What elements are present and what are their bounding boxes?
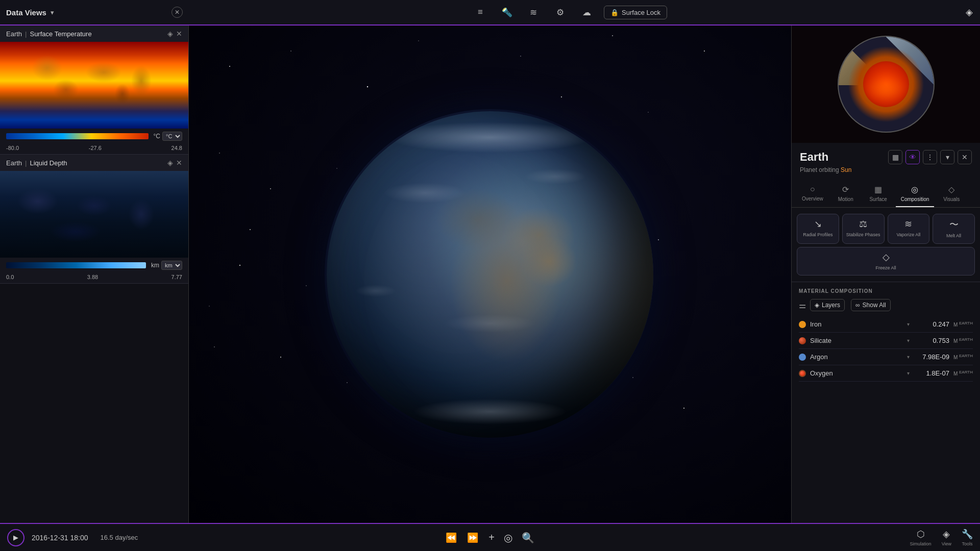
settings-icon[interactable]: ⚙ (551, 3, 569, 21)
visuals-tab-label: Visuals (943, 196, 960, 202)
svg-point-7 (612, 35, 613, 36)
argon-chevron[interactable]: ▾ (907, 354, 910, 360)
radial-profiles-icon: ↘ (814, 218, 822, 230)
speed-value: 16.5 (101, 534, 113, 541)
svg-point-31 (214, 346, 215, 347)
layers-btn-temp[interactable]: ◈ (167, 30, 173, 38)
earth-globe[interactable] (327, 111, 653, 438)
iron-unit: M EARTH (953, 321, 973, 328)
silicate-chevron[interactable]: ▾ (907, 338, 910, 343)
cloud-icon[interactable]: ☁ (577, 3, 596, 21)
bottom-tools: ⬡ Simulation ◈ View 🔧 Tools (791, 529, 980, 546)
liquid-unit-select[interactable]: kmmmi (161, 261, 182, 270)
layers-icon[interactable]: ◈ (966, 7, 973, 18)
iron-color-dot (799, 321, 806, 328)
more-icon[interactable]: ⋮ (923, 150, 937, 164)
surface-tab-icon: ▦ (874, 185, 882, 194)
left-panel: Earth | Surface Temperature ◈ ✕ °C °C°FK… (0, 26, 189, 523)
target-button[interactable]: ◎ (504, 532, 512, 544)
add-icon: + (488, 532, 495, 543)
tab-motion[interactable]: ⟳ Motion (830, 181, 861, 207)
globe-area[interactable] (189, 26, 791, 523)
menu-icon[interactable]: ≡ (471, 3, 489, 21)
radial-profiles-button[interactable]: ↘ Radial Profiles (797, 214, 839, 244)
vaporize-all-label: Vaporize All (896, 232, 920, 238)
svg-point-25 (658, 239, 659, 240)
svg-point-20 (270, 188, 271, 189)
liquid-scale-values: 0.0 3.88 7.77 (0, 273, 188, 283)
layers-grid-icon[interactable]: ≋ (524, 3, 543, 21)
silicate-name: Silicate (810, 337, 903, 344)
layers-btn-liquid[interactable]: ◈ (167, 159, 173, 167)
svg-point-11 (250, 229, 251, 230)
chevron-down-icon[interactable]: ▾ (51, 9, 54, 16)
lock-icon: 🔒 (610, 9, 619, 16)
oxygen-name: Oxygen (810, 369, 903, 377)
heatmap-liquid (0, 171, 188, 258)
earth-label-liquid: Earth (6, 159, 22, 167)
search-button[interactable]: 🔍 (522, 532, 534, 544)
temp-scale-bar (6, 133, 149, 139)
close-panel-button[interactable]: ✕ (172, 7, 183, 18)
light-layer (327, 111, 653, 438)
overview-tab-icon: ○ (810, 185, 815, 194)
playback-section: ▶ 2016-12-31 18:00 16.5 day/sec (0, 529, 189, 546)
silicate-color-dot (799, 337, 806, 344)
add-button[interactable]: + (488, 532, 495, 544)
tab-visuals[interactable]: ◇ Visuals (936, 181, 967, 207)
freeze-all-button[interactable]: ◇ Freeze All (797, 247, 975, 276)
svg-point-3 (418, 40, 419, 41)
stabilize-phases-button[interactable]: ⚖ Stabilize Phases (842, 214, 885, 244)
material-toolbar: ⚌ ◈ Layers ∞ Show All (799, 299, 973, 311)
svg-point-19 (683, 408, 684, 409)
tools-tool[interactable]: 🔧 Tools (962, 529, 973, 546)
filter-icon[interactable]: ⚌ (799, 300, 806, 310)
close-planet-icon[interactable]: ✕ (958, 150, 972, 164)
planet-info-icons: ▦ 👁 ⋮ ▾ ✕ (888, 150, 972, 164)
info-icon[interactable]: ▦ (888, 150, 902, 164)
step-back-button[interactable]: ⏪ (446, 532, 457, 543)
expand-icon[interactable]: ▾ (940, 150, 954, 164)
iron-chevron[interactable]: ▾ (907, 321, 910, 327)
material-composition-section: MATERIAL COMPOSITION ⚌ ◈ Layers ∞ Show A… (792, 282, 980, 382)
tab-overview[interactable]: ○ Overview (797, 181, 828, 207)
show-all-label: Show All (863, 302, 886, 309)
svg-point-0 (229, 66, 230, 67)
melt-all-button[interactable]: 〜 Melt All (933, 214, 975, 244)
play-button[interactable]: ▶ (7, 529, 24, 546)
visibility-icon[interactable]: 👁 (905, 150, 920, 164)
surface-temp-label: Surface Temperature (30, 30, 91, 38)
flashlight-icon[interactable]: 🔦 (498, 3, 516, 21)
surface-lock-button[interactable]: 🔒 Surface Lock (604, 6, 667, 19)
simulation-tool[interactable]: ⬡ Simulation (910, 529, 932, 546)
close-btn-temp[interactable]: ✕ (176, 30, 182, 38)
card-actions-liquid: ◈ ✕ (167, 159, 182, 167)
tab-composition[interactable]: ◎ Composition (896, 181, 935, 207)
svg-point-27 (306, 285, 307, 286)
oxygen-chevron[interactable]: ▾ (907, 370, 910, 376)
globe-container[interactable] (327, 111, 653, 438)
close-btn-liquid[interactable]: ✕ (176, 159, 182, 167)
surface-temp-image (0, 42, 188, 129)
data-views-title: Data Views (6, 8, 46, 17)
temp-min: -80.0 (6, 145, 19, 151)
temp-unit-select[interactable]: °C°FK (162, 132, 182, 141)
stabilize-phases-icon: ⚖ (859, 218, 867, 230)
silicate-value: 0.753 (914, 337, 949, 344)
view-tool[interactable]: ◈ View (942, 529, 951, 546)
layers-label: Layers (822, 302, 840, 309)
top-bar-right: ◈ (949, 7, 980, 18)
tab-surface[interactable]: ▦ Surface (863, 181, 894, 207)
svg-point-2 (367, 86, 368, 87)
melt-all-icon: 〜 (949, 218, 959, 231)
continent-overlay-temp (0, 42, 188, 129)
vaporize-all-button[interactable]: ≋ Vaporize All (888, 214, 930, 244)
time-display: 2016-12-31 18:00 (32, 534, 88, 542)
planet-cutaway (838, 36, 935, 133)
layers-button[interactable]: ◈ Layers (810, 299, 845, 311)
material-section-title: MATERIAL COMPOSITION (799, 288, 973, 294)
simulation-icon: ⬡ (917, 529, 925, 540)
step-forward-button[interactable]: ⏩ (467, 532, 478, 543)
show-all-button[interactable]: ∞ Show All (851, 299, 891, 311)
view-label: View (942, 541, 951, 546)
